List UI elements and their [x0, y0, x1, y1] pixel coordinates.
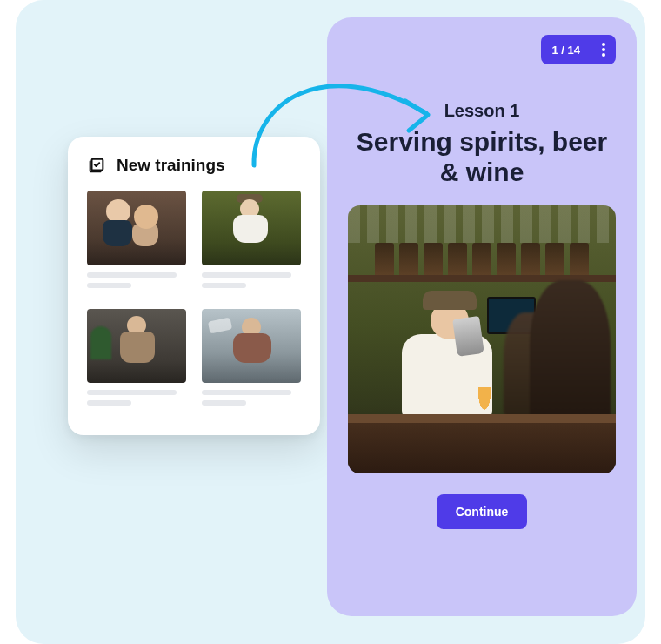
training-thumbnail — [202, 309, 301, 384]
training-caption-placeholder — [87, 272, 186, 288]
training-thumbnail — [87, 191, 186, 265]
checklist-icon — [87, 156, 106, 175]
training-caption-placeholder — [202, 390, 301, 406]
lesson-menu-button[interactable] — [591, 35, 616, 64]
trainings-header: New trainings — [87, 156, 301, 175]
lesson-number-label: Lesson 1 — [348, 101, 616, 121]
continue-button[interactable]: Continue — [437, 494, 528, 529]
training-caption-placeholder — [87, 390, 186, 406]
training-item[interactable] — [87, 191, 186, 293]
trainings-heading: New trainings — [117, 156, 225, 175]
training-item[interactable] — [87, 309, 186, 412]
lesson-title: Serving spirits, beer & wine — [348, 126, 616, 188]
svg-point-2 — [602, 48, 605, 51]
lesson-hero-image — [348, 205, 616, 473]
new-trainings-card: New trainings — [68, 137, 320, 435]
training-thumbnail — [87, 309, 186, 384]
training-grid — [87, 191, 301, 411]
training-item[interactable] — [202, 191, 301, 293]
more-vertical-icon — [602, 43, 605, 57]
app-canvas: New trainings 1 / 14 — [16, 0, 645, 644]
training-thumbnail — [202, 191, 301, 265]
svg-point-3 — [602, 53, 605, 57]
lesson-pager: 1 / 14 — [541, 35, 616, 64]
training-caption-placeholder — [202, 272, 301, 288]
lesson-topbar: 1 / 14 — [348, 35, 616, 64]
lesson-card: 1 / 14 Lesson 1 Serving spirits, beer & … — [327, 17, 637, 616]
pager-count: 1 / 14 — [541, 35, 591, 64]
training-item[interactable] — [202, 309, 301, 412]
svg-point-1 — [602, 43, 605, 46]
